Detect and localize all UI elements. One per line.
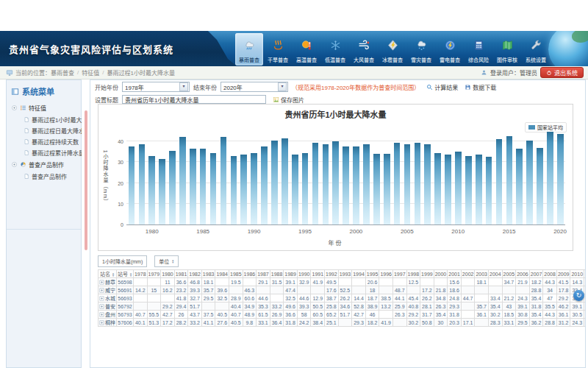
year-value-cell: 25.9	[392, 302, 406, 311]
year-value-cell: 40.1	[133, 319, 147, 327]
calculate-button[interactable]: 计算结果	[426, 83, 458, 91]
page-icon	[24, 116, 29, 123]
nav-item-map-review[interactable]: 图件审核	[493, 33, 521, 66]
row-expand-icon[interactable]	[99, 296, 104, 301]
download-button[interactable]: 数据下载	[465, 83, 496, 91]
year-value-cell: 15	[147, 286, 161, 294]
save-disk-icon	[465, 84, 471, 91]
plot-area: 010203040	[126, 131, 565, 225]
x-axis-tick-label: 2020	[553, 228, 567, 235]
bar-1981	[159, 159, 165, 224]
row-expand-icon[interactable]	[99, 304, 104, 309]
bar-slot	[402, 131, 412, 224]
nav-item-lightning[interactable]: 雷电普查	[436, 33, 464, 66]
station-name-header[interactable]: 站名▲▼	[98, 270, 117, 278]
legend-label: 国家站平均	[537, 124, 563, 131]
row-expand-icon[interactable]	[99, 312, 104, 317]
nav-item-wind[interactable]: 大风普查	[350, 33, 378, 66]
year-value-cell: 48.9	[243, 311, 257, 319]
year-value-cell: 32.5	[284, 294, 298, 302]
sidebar-group-product-making[interactable]: 普查产品制作	[7, 158, 81, 171]
refresh-float-button[interactable]: ↻	[573, 290, 584, 301]
settings-wrench-icon	[530, 39, 542, 56]
year-header: 1988	[270, 270, 284, 278]
nav-item-high-temp[interactable]: 高温普查	[293, 33, 320, 66]
year-value-cell: 18	[365, 286, 379, 294]
bar-slot	[545, 131, 556, 224]
year-value-cell: 36.6	[174, 278, 188, 286]
year-value-cell	[489, 286, 503, 294]
year-value-cell: 18.1	[475, 278, 489, 286]
breadcrumb-separator: /	[102, 69, 104, 76]
sidebar-item-product-making[interactable]: 普查产品制作	[7, 171, 81, 182]
nav-item-hail[interactable]: 冰雹普查	[379, 33, 406, 66]
year-value-cell: 30.5	[570, 311, 584, 319]
bar-2007	[424, 144, 431, 224]
year-value-cell: 35.4	[529, 294, 543, 302]
x-axis-tick-label: 2000	[349, 228, 362, 235]
logout-button[interactable]: 退出系统	[540, 67, 584, 78]
row-expand-icon[interactable]	[99, 288, 104, 293]
sidebar-item-cumulative-precip[interactable]: 暴雨过程累计降水量	[7, 147, 81, 158]
row-expand-icon[interactable]	[99, 320, 104, 325]
breadcrumb-seg-3[interactable]: 暴雨过程1小时最大降水量	[107, 68, 174, 77]
station-id-cell: 56793	[117, 311, 134, 319]
row-expand-icon[interactable]	[99, 280, 104, 285]
sidebar-item-hourly-max-precip[interactable]: 暴雨过程1小时最大降水量	[7, 114, 81, 125]
nav-item-risk[interactable]: 综合风险	[465, 33, 492, 66]
nav-item-rainstorm[interactable]: 暴雨普查	[235, 33, 263, 66]
bar-slot	[361, 131, 371, 224]
save-image-button[interactable]: 保存图片	[273, 96, 304, 104]
station-id-header[interactable]: 站号▲▼	[117, 270, 134, 278]
station-id-cell: 56598	[117, 278, 134, 286]
year-value-cell	[229, 286, 243, 294]
value-type-chip[interactable]: 1小时降水量(mm)	[98, 255, 147, 267]
start-year-select[interactable]: 1978年 ▾	[122, 82, 190, 92]
year-value-cell	[338, 319, 352, 327]
year-value-cell	[406, 286, 420, 294]
bar-slot	[300, 131, 310, 224]
sidebar-item-daily-max-precip[interactable]: 暴雨过程日最大降水量	[7, 125, 81, 136]
bar-1979	[139, 144, 146, 224]
unit-chip[interactable]: 单位 ▲▼	[154, 255, 179, 267]
year-value-cell: 47.4	[284, 286, 298, 294]
nav-item-drought[interactable]: 干旱普查	[264, 33, 292, 66]
sidebar-group-feature-values[interactable]: 特征值	[7, 102, 81, 114]
year-value-cell: 38.5	[379, 294, 393, 302]
data-table: 站名▲▼站号▲▼19781979198019811982198319841985…	[98, 269, 585, 327]
year-header: 1987	[257, 270, 270, 278]
end-year-select[interactable]: 2020年 ▾	[220, 82, 288, 92]
bar-slot	[381, 131, 392, 224]
year-value-cell: 50.5	[311, 302, 325, 311]
bar-2002	[373, 154, 380, 224]
scrollbar-thumb[interactable]	[85, 110, 87, 250]
chart-title-input[interactable]	[122, 95, 266, 104]
year-value-cell: 42.7	[352, 311, 366, 319]
year-value-cell: 24.8	[448, 294, 462, 302]
y-axis-tick-label: 20	[118, 181, 123, 186]
nav-item-low-temp[interactable]: 低温普查	[321, 33, 349, 66]
breadcrumb-seg-1[interactable]: 暴雨普查	[51, 68, 74, 77]
year-value-cell: 36.1	[475, 311, 489, 319]
bar-slot	[371, 131, 381, 224]
year-value-cell: 26.3	[434, 302, 448, 311]
bar-slot	[423, 131, 433, 224]
year-value-cell: 11	[161, 278, 175, 286]
year-value-cell: 38.7	[325, 294, 339, 302]
bar-slot	[504, 131, 514, 224]
year-value-cell: 51.7	[338, 311, 352, 319]
app-title: 贵州省气象灾害风险评估与区划系统	[0, 42, 173, 56]
breadcrumb-seg-2[interactable]: 特征值	[82, 68, 99, 77]
nav-item-snow[interactable]: 雪灾普查	[407, 33, 435, 66]
image-icon	[273, 96, 279, 103]
year-header: 1990	[297, 270, 311, 278]
nav-item-settings[interactable]: 系统设置	[522, 33, 550, 66]
bar-1990	[251, 153, 257, 224]
year-value-cell: 47	[543, 294, 557, 302]
sidebar-item-duration-days[interactable]: 暴雨过程持续天数	[7, 136, 81, 147]
year-value-cell: 52.8	[352, 302, 366, 311]
year-value-cell	[215, 302, 229, 311]
bar-slot	[218, 131, 229, 224]
bar-slot	[290, 131, 300, 224]
bar-slot	[320, 131, 331, 224]
